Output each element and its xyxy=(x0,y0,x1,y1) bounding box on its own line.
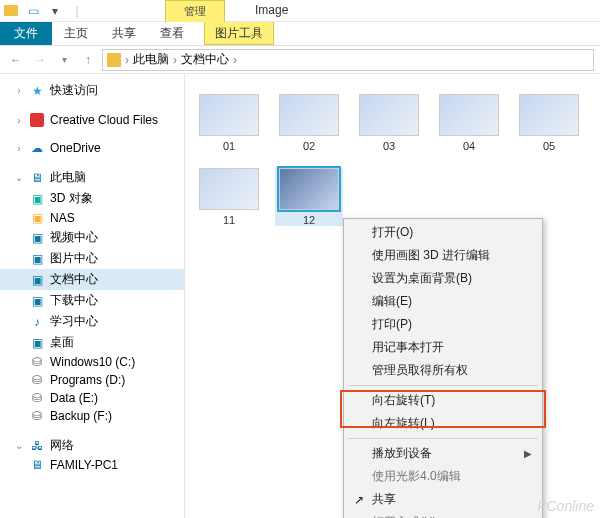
star-icon: ★ xyxy=(30,84,44,98)
tab-file[interactable]: 文件 xyxy=(0,22,52,45)
file-thumbnail[interactable]: 02 xyxy=(275,94,343,152)
cube-icon: ▣ xyxy=(30,192,44,206)
sidebar-quick-access[interactable]: › ★ 快速访问 xyxy=(0,80,184,101)
network-icon: 🖧 xyxy=(30,439,44,453)
sidebar-item-3d[interactable]: ▣3D 对象 xyxy=(0,188,184,209)
monitor-icon: 🖥 xyxy=(30,171,44,185)
chevron-right-icon[interactable]: › xyxy=(233,53,237,67)
divider: | xyxy=(70,4,84,18)
file-thumbnail[interactable]: 04 xyxy=(435,94,503,152)
sidebar-item-pictures[interactable]: ▣图片中心 xyxy=(0,248,184,269)
music-icon: ♪ xyxy=(30,315,44,329)
context-menu-item[interactable]: 向左旋转(L) xyxy=(346,412,540,435)
chevron-right-icon[interactable]: › xyxy=(125,53,129,67)
ribbon-contextual-tab[interactable]: 管理 xyxy=(165,0,225,22)
nav-back-button[interactable]: ← xyxy=(6,50,26,70)
context-menu-item[interactable]: 用记事本打开 xyxy=(346,336,540,359)
thumbnail-caption: 12 xyxy=(303,214,315,226)
sidebar-item-study[interactable]: ♪学习中心 xyxy=(0,311,184,332)
context-menu-item[interactable]: 管理员取得所有权 xyxy=(346,359,540,382)
thumbnail-caption: 05 xyxy=(543,140,555,152)
sidebar-label: 此电脑 xyxy=(50,169,86,186)
nav-pane: › ★ 快速访问 › Creative Cloud Files › ☁ OneD… xyxy=(0,74,185,518)
tab-picture-tools[interactable]: 图片工具 xyxy=(204,22,274,45)
download-icon: ▣ xyxy=(30,294,44,308)
context-menu-item[interactable]: 使用画图 3D 进行编辑 xyxy=(346,244,540,267)
sidebar-label: 学习中心 xyxy=(50,313,98,330)
sidebar-item-drive-c[interactable]: ⛁Windows10 (C:) xyxy=(0,353,184,371)
sidebar-label: NAS xyxy=(50,211,75,225)
share-icon: ↗ xyxy=(352,493,366,507)
chevron-right-icon[interactable]: › xyxy=(173,53,177,67)
sidebar-label: 文档中心 xyxy=(50,271,98,288)
sidebar-item-drive-f[interactable]: ⛁Backup (F:) xyxy=(0,407,184,425)
chevron-right-icon: ▶ xyxy=(524,448,532,459)
sidebar-label: 3D 对象 xyxy=(50,190,93,207)
context-menu-item[interactable]: 向右旋转(T) xyxy=(346,389,540,412)
sidebar-item-documents[interactable]: ▣文档中心 xyxy=(0,269,184,290)
sidebar-label: Backup (F:) xyxy=(50,409,112,423)
sidebar-network[interactable]: ⌄ 🖧 网络 xyxy=(0,435,184,456)
sidebar-item-video[interactable]: ▣视频中心 xyxy=(0,227,184,248)
nav-forward-button[interactable]: → xyxy=(30,50,50,70)
sidebar-label: Data (E:) xyxy=(50,391,98,405)
context-menu-item[interactable]: 播放到设备▶ xyxy=(346,442,540,465)
sidebar-item-downloads[interactable]: ▣下载中心 xyxy=(0,290,184,311)
monitor-icon: 🖥 xyxy=(30,458,44,472)
sidebar-label: 图片中心 xyxy=(50,250,98,267)
thumbnail-image xyxy=(439,94,499,136)
window-title: Image xyxy=(255,3,288,17)
sidebar-item-desktop[interactable]: ▣桌面 xyxy=(0,332,184,353)
sidebar-label: 下载中心 xyxy=(50,292,98,309)
sidebar-this-pc[interactable]: ⌄ 🖥 此电脑 xyxy=(0,167,184,188)
desktop-icon: ▣ xyxy=(30,336,44,350)
thumbnail-caption: 02 xyxy=(303,140,315,152)
tab-view[interactable]: 查看 xyxy=(148,22,196,45)
context-menu-item[interactable]: 编辑(E) xyxy=(346,290,540,313)
sidebar-label: FAMILY-PC1 xyxy=(50,458,118,472)
menu-separator xyxy=(348,438,538,439)
sidebar-label: 桌面 xyxy=(50,334,74,351)
thumbnail-caption: 04 xyxy=(463,140,475,152)
chevron-right-icon: › xyxy=(14,143,24,154)
file-thumbnail[interactable]: 03 xyxy=(355,94,423,152)
tab-share[interactable]: 共享 xyxy=(100,22,148,45)
sidebar-label: 快速访问 xyxy=(50,82,98,99)
thumbnail-image xyxy=(279,168,339,210)
titlebar: ▭ ▾ | 管理 Image xyxy=(0,0,600,22)
thumbnail-image xyxy=(519,94,579,136)
sidebar-label: OneDrive xyxy=(50,141,101,155)
folder-icon xyxy=(107,53,121,67)
file-thumbnail[interactable]: 12 xyxy=(275,168,343,226)
ribbon: 文件 主页 共享 查看 图片工具 xyxy=(0,22,600,46)
tab-home[interactable]: 主页 xyxy=(52,22,100,45)
context-menu-item[interactable]: 设置为桌面背景(B) xyxy=(346,267,540,290)
context-menu-item[interactable]: 打开方式(H)▶ xyxy=(346,511,540,518)
breadcrumb-folder[interactable]: 文档中心 xyxy=(181,51,229,68)
sidebar-label: 网络 xyxy=(50,437,74,454)
sidebar-item-host[interactable]: 🖥FAMILY-PC1 xyxy=(0,456,184,474)
breadcrumb-root[interactable]: 此电脑 xyxy=(133,51,169,68)
chevron-right-icon: › xyxy=(14,85,24,96)
nav-up-button[interactable]: ↑ xyxy=(78,50,98,70)
thumbnail-caption: 03 xyxy=(383,140,395,152)
file-thumbnail[interactable]: 05 xyxy=(515,94,583,152)
sidebar-item-nas[interactable]: ▣NAS xyxy=(0,209,184,227)
context-menu-item[interactable]: 使用光影4.0编辑 xyxy=(346,465,540,488)
context-menu-item[interactable]: 打印(P) xyxy=(346,313,540,336)
qat-dropdown-icon[interactable]: ▾ xyxy=(48,4,62,18)
folder-icon xyxy=(4,4,18,18)
sidebar-creative-cloud[interactable]: › Creative Cloud Files xyxy=(0,111,184,129)
drive-icon: ⛁ xyxy=(30,355,44,369)
sidebar-label: Windows10 (C:) xyxy=(50,355,135,369)
sidebar-item-drive-e[interactable]: ⛁Data (E:) xyxy=(0,389,184,407)
thumbnail-image xyxy=(199,168,259,210)
context-menu-item[interactable]: 共享↗ xyxy=(346,488,540,511)
file-thumbnail[interactable]: 11 xyxy=(195,168,263,226)
sidebar-onedrive[interactable]: › ☁ OneDrive xyxy=(0,139,184,157)
context-menu-item[interactable]: 打开(O) xyxy=(346,221,540,244)
sidebar-item-drive-d[interactable]: ⛁Programs (D:) xyxy=(0,371,184,389)
file-thumbnail[interactable]: 01 xyxy=(195,94,263,152)
breadcrumb[interactable]: › 此电脑 › 文档中心 › xyxy=(102,49,594,71)
nav-recent-button[interactable]: ▾ xyxy=(54,50,74,70)
